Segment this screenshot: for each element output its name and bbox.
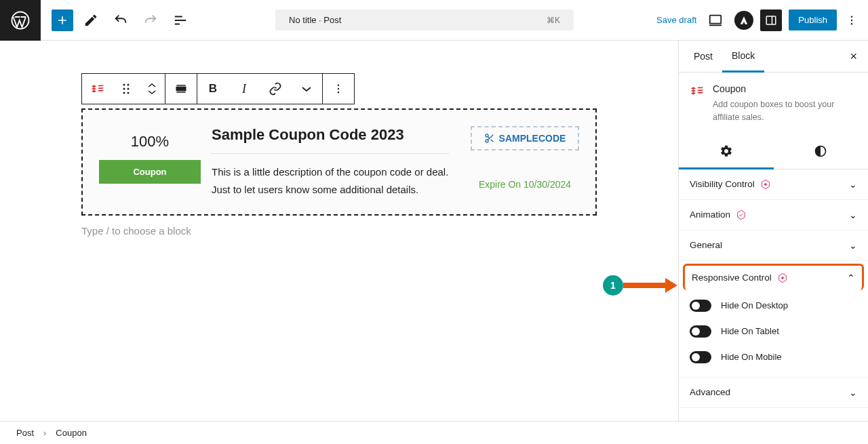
undo-button[interactable] xyxy=(108,8,133,33)
toggle-hide-tablet-label: Hide On Tablet xyxy=(721,326,779,336)
add-block-button[interactable] xyxy=(52,9,73,31)
coupon-percent[interactable]: 100% xyxy=(99,126,201,160)
block-toolbar: B I xyxy=(81,73,355,104)
save-draft-button[interactable]: Save draft xyxy=(656,15,696,25)
breadcrumb-separator-icon: › xyxy=(43,428,46,438)
svg-point-11 xyxy=(127,92,130,94)
toggle-hide-desktop-label: Hide On Desktop xyxy=(721,300,788,310)
svg-point-17 xyxy=(486,140,488,142)
block-desc-label: Add coupon boxes to boost your affiliate… xyxy=(713,98,857,124)
coupon-description[interactable]: This is a little description of the coup… xyxy=(212,163,449,198)
hexagon-icon xyxy=(736,209,747,220)
panel-visibility-label: Visibility Control xyxy=(690,179,755,189)
svg-point-7 xyxy=(127,84,130,86)
coupon-divider xyxy=(212,153,449,154)
chevron-down-icon: ⌄ xyxy=(849,209,857,220)
svg-point-5 xyxy=(851,23,852,24)
breadcrumb-post[interactable]: Post xyxy=(16,428,34,438)
settings-tab[interactable] xyxy=(679,135,774,169)
panel-animation[interactable]: Animation ⌄ xyxy=(679,200,868,230)
panel-responsive[interactable]: Responsive Control ⌃ xyxy=(683,264,864,290)
more-format-button[interactable] xyxy=(291,74,322,104)
coupon-right: SAMPLECODE Expire On 10/30/2024 xyxy=(471,126,579,198)
toggle-hide-desktop[interactable] xyxy=(690,300,711,312)
preview-button[interactable] xyxy=(703,8,728,33)
chevron-down-icon: ⌄ xyxy=(849,179,857,190)
toggle-hide-mobile-label: Hide On Mobile xyxy=(721,352,782,362)
mode-tabs xyxy=(679,135,868,169)
settings-sidebar: Post Block × Coupon Add coupon boxes to … xyxy=(678,41,868,421)
redo-button[interactable] xyxy=(138,8,163,33)
panel-general-label: General xyxy=(690,240,722,250)
block-icon[interactable] xyxy=(82,74,113,104)
link-button[interactable] xyxy=(260,74,291,104)
hexagon-icon xyxy=(760,179,771,190)
topbar-right-tools: Save draft Publish xyxy=(656,8,868,33)
svg-point-19 xyxy=(781,277,783,279)
toggle-hide-mobile[interactable] xyxy=(690,351,711,363)
drag-handle[interactable] xyxy=(113,74,139,104)
svg-point-13 xyxy=(338,85,339,86)
wordpress-logo[interactable] xyxy=(0,0,41,41)
panel-visibility[interactable]: Visibility Control ⌄ xyxy=(679,169,868,200)
tab-post[interactable]: Post xyxy=(684,41,722,71)
block-placeholder[interactable]: Type / to choose a block xyxy=(81,225,597,237)
block-type-icon xyxy=(690,85,705,124)
coupon-middle: Sample Coupon Code 2023 This is a little… xyxy=(212,126,460,198)
style-tab[interactable] xyxy=(774,135,869,169)
svg-point-8 xyxy=(123,88,125,90)
bold-button[interactable]: B xyxy=(197,74,229,104)
document-overview-button[interactable] xyxy=(168,8,193,33)
workspace: B I 100% Coupon Sample Coupon Code 2023 … xyxy=(0,41,868,421)
svg-point-10 xyxy=(123,92,125,94)
coupon-title[interactable]: Sample Coupon Code 2023 xyxy=(212,126,449,144)
svg-rect-1 xyxy=(710,15,722,23)
publish-button[interactable]: Publish xyxy=(789,9,837,31)
coupon-code[interactable]: SAMPLECODE xyxy=(471,126,579,150)
svg-point-3 xyxy=(851,16,852,17)
annotation-number: 1 xyxy=(603,275,623,296)
more-options-button[interactable] xyxy=(844,14,860,26)
top-bar: No title · Post ⌘K Save draft Publish xyxy=(0,0,868,41)
italic-button[interactable]: I xyxy=(229,74,260,104)
sidebar-toggle-button[interactable] xyxy=(760,9,782,31)
block-more-button[interactable] xyxy=(323,74,354,104)
breadcrumb-block[interactable]: Coupon xyxy=(56,428,87,438)
tab-block[interactable]: Block xyxy=(722,41,764,73)
topbar-center: No title · Post ⌘K xyxy=(193,9,656,31)
svg-point-14 xyxy=(338,88,339,89)
svg-point-16 xyxy=(486,134,488,137)
move-up-down[interactable] xyxy=(139,74,165,104)
scissors-icon xyxy=(484,133,495,144)
keyboard-shortcut: ⌘K xyxy=(547,16,560,25)
svg-point-4 xyxy=(851,19,852,20)
panel-general[interactable]: General ⌄ xyxy=(679,230,868,261)
document-title-bar[interactable]: No title · Post ⌘K xyxy=(275,9,574,31)
edit-mode-button[interactable] xyxy=(79,8,103,33)
coupon-code-text: SAMPLECODE xyxy=(499,133,566,144)
block-description: Coupon Add coupon boxes to boost your af… xyxy=(679,73,868,135)
coupon-left: 100% Coupon xyxy=(99,126,201,198)
editor-canvas[interactable]: B I 100% Coupon Sample Coupon Code 2023 … xyxy=(0,41,678,421)
block-name-label: Coupon xyxy=(713,83,857,94)
document-title: No title · Post xyxy=(289,15,341,25)
panel-advanced[interactable]: Advanced ⌄ xyxy=(679,378,868,408)
sidebar-close-button[interactable]: × xyxy=(844,44,863,69)
panel-responsive-label: Responsive Control xyxy=(692,273,772,283)
chevron-up-icon: ⌃ xyxy=(847,273,855,283)
svg-point-6 xyxy=(123,84,125,86)
toggle-hide-desktop-row: Hide On Desktop xyxy=(679,293,868,319)
coupon-badge[interactable]: Coupon xyxy=(99,160,201,184)
annotation-callout: 1 xyxy=(603,275,677,296)
svg-rect-12 xyxy=(176,87,185,91)
coupon-expire[interactable]: Expire On 10/30/2024 xyxy=(471,179,579,190)
svg-rect-2 xyxy=(767,16,776,24)
topbar-left-tools xyxy=(41,8,193,33)
coupon-block[interactable]: 100% Coupon Sample Coupon Code 2023 This… xyxy=(81,108,597,216)
chevron-down-icon: ⌄ xyxy=(849,387,857,398)
toggle-hide-mobile-row: Hide On Mobile xyxy=(679,344,868,378)
toggle-hide-tablet[interactable] xyxy=(690,325,711,338)
astra-icon[interactable] xyxy=(734,11,753,30)
gear-icon xyxy=(719,144,733,158)
align-button[interactable] xyxy=(165,74,197,104)
